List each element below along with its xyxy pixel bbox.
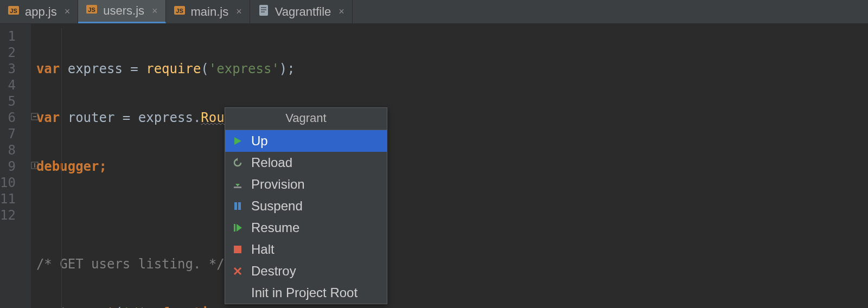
menu-item-provision[interactable]: Provision (225, 174, 387, 195)
menu-item-resume[interactable]: Resume (225, 217, 387, 239)
svg-rect-19 (238, 202, 241, 210)
line-number: 9 (0, 158, 16, 175)
tab-label: app.js (25, 5, 57, 19)
line-number: 8 (0, 142, 16, 158)
code-line: /* GET users listing. */ (36, 256, 868, 272)
menu-item-suspend[interactable]: Suspend (225, 195, 387, 217)
line-number-gutter: 1 2 3 4 5 6 7 8 9 10 11 12 (0, 24, 31, 308)
svg-rect-18 (234, 202, 237, 210)
play-icon (232, 135, 244, 147)
download-icon (232, 178, 244, 190)
svg-rect-16 (234, 187, 241, 188)
fold-close-icon[interactable] (31, 158, 40, 167)
close-icon[interactable]: × (336, 6, 344, 17)
fold-open-icon[interactable] (31, 110, 40, 118)
menu-item-halt[interactable]: Halt (225, 239, 387, 260)
line-number: 3 (0, 61, 16, 77)
menu-item-label: Provision (251, 177, 305, 192)
js-file-icon: JS (174, 4, 186, 20)
close-icon[interactable]: × (62, 6, 71, 17)
menu-item-label: Up (251, 133, 268, 149)
line-number: 12 (0, 207, 16, 223)
code-editor[interactable]: 1 2 3 4 5 6 7 8 9 10 11 12 var express =… (0, 24, 868, 308)
vagrant-context-menu: Vagrant Up Reload Provision Suspend Resu… (225, 107, 387, 304)
line-number: 7 (0, 126, 16, 142)
svg-rect-9 (261, 11, 265, 12)
svg-text:JS: JS (88, 7, 95, 13)
menu-item-up[interactable]: Up (225, 130, 387, 152)
menu-item-label: Halt (251, 242, 275, 257)
close-icon[interactable]: × (150, 5, 158, 17)
editor-tabbar: JS app.js × JS users.js × JS main.js × V… (0, 0, 868, 24)
svg-text:JS: JS (176, 8, 183, 14)
tab-vagrantfile[interactable]: Vagrantfile × (250, 0, 353, 23)
svg-rect-8 (261, 9, 266, 10)
menu-item-init[interactable]: Init in Project Root (225, 282, 387, 304)
menu-item-label: Resume (251, 220, 299, 235)
menu-item-label: Reload (251, 155, 292, 170)
svg-marker-21 (237, 224, 242, 232)
menu-item-label: Init in Project Root (251, 285, 358, 300)
js-file-icon: JS (8, 4, 20, 20)
line-number: 5 (0, 93, 16, 110)
line-number: 1 (0, 28, 16, 44)
tab-label: users.js (103, 4, 144, 18)
svg-rect-7 (261, 7, 266, 8)
tab-users-js[interactable]: JS users.js × (78, 0, 165, 23)
menu-title: Vagrant (225, 108, 387, 130)
tab-label: Vagrantfile (275, 5, 331, 19)
code-area[interactable]: var express = require('express'); var ro… (31, 24, 868, 308)
line-number: 11 (0, 191, 16, 207)
js-file-icon: JS (86, 3, 98, 18)
stop-icon (232, 243, 244, 255)
menu-item-reload[interactable]: Reload (225, 152, 387, 174)
tab-app-js[interactable]: JS app.js × (0, 0, 78, 23)
reload-icon (232, 157, 244, 169)
code-line: router.get('/', functi (36, 305, 868, 308)
code-line: var express = require('express'); (36, 61, 868, 77)
line-number: 2 (0, 44, 16, 61)
menu-item-destroy[interactable]: Destroy (225, 260, 387, 282)
code-line: debugger; (36, 158, 868, 175)
line-number: 6 (0, 110, 16, 126)
indent-guide (61, 28, 62, 308)
line-number: 10 (0, 175, 16, 191)
code-line: var router = express.Router(); (36, 110, 868, 126)
tab-main-js[interactable]: JS main.js × (166, 0, 250, 23)
destroy-icon (232, 265, 244, 277)
svg-rect-20 (234, 224, 235, 232)
text-file-icon (258, 4, 270, 20)
close-icon[interactable]: × (234, 6, 242, 17)
svg-marker-14 (234, 137, 241, 145)
tab-label: main.js (191, 5, 229, 19)
svg-rect-22 (234, 246, 241, 253)
menu-item-label: Destroy (251, 264, 296, 279)
menu-item-label: Suspend (251, 198, 303, 214)
line-number: 4 (0, 77, 16, 93)
pause-icon (232, 200, 244, 212)
resume-icon (232, 222, 244, 234)
svg-marker-17 (235, 181, 240, 187)
svg-text:JS: JS (10, 8, 17, 14)
code-line (36, 207, 868, 223)
